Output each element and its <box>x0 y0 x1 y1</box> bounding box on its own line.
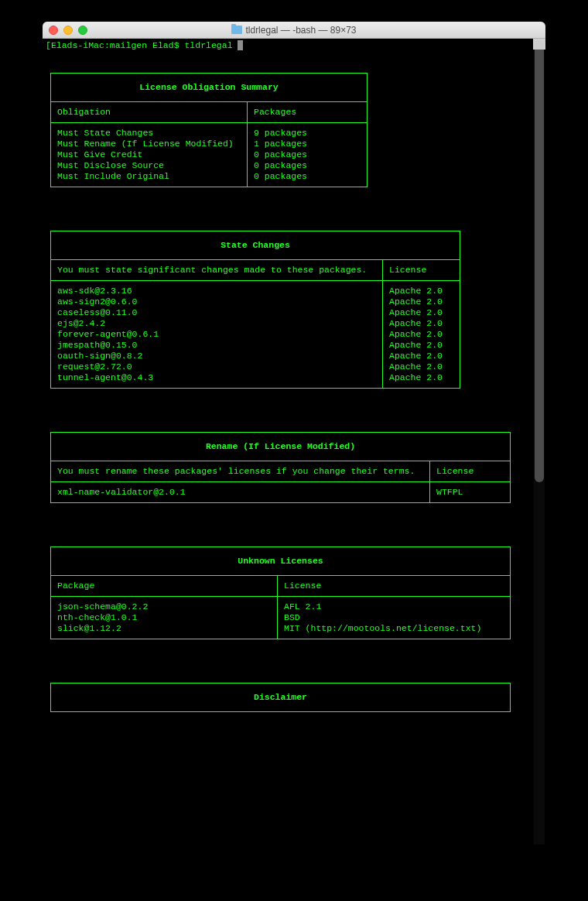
state-col-license: Apache 2.0 Apache 2.0 Apache 2.0 Apache … <box>382 281 460 388</box>
unknown-col-license: AFL 2.1 BSD MIT (http://mootools.net/lic… <box>277 597 510 639</box>
summary-title: License Obligation Summary <box>50 73 368 101</box>
table-cell: json-schema@0.2.2 <box>57 601 271 612</box>
table-cell: Must Rename (If License Modified) <box>57 139 241 149</box>
state-header-row: You must state significant changes made … <box>50 259 460 281</box>
table-cell: Must Give Credit <box>57 149 241 160</box>
rename-col-package: xml-name-validator@2.0.1 <box>51 482 429 502</box>
state-header-desc: You must state significant changes made … <box>51 260 382 280</box>
summary-header-row: Obligation Packages <box>50 101 368 123</box>
table-cell: request@2.72.0 <box>57 361 376 372</box>
scrollbar-thumb[interactable] <box>535 40 544 482</box>
table-cell: WTFPL <box>436 487 504 498</box>
table-cell: Must Include Original <box>57 171 241 182</box>
prompt-command: tldrlegal <box>184 40 232 50</box>
prompt-host: Elads-iMac:mailgen Elad$ <box>51 40 179 50</box>
summary-col-obligation: Must State Changes Must Rename (If Licen… <box>51 123 247 187</box>
table-cell: 0 packages <box>254 149 361 160</box>
disclaimer-table: Disclaimer <box>50 683 511 712</box>
unknown-table: Unknown Licenses Package License json-sc… <box>50 546 511 639</box>
summary-body: Must State Changes Must Rename (If Licen… <box>50 123 368 187</box>
unknown-header-package: Package <box>51 576 277 596</box>
table-cell: Apache 2.0 <box>389 351 453 361</box>
summary-header-obligation: Obligation <box>51 102 247 122</box>
window-title-text: tldrlegal — -bash — 89×73 <box>245 25 356 36</box>
rename-col-license: WTFPL <box>429 482 510 502</box>
table-cell: aws-sign2@0.6.0 <box>57 296 376 307</box>
rename-title: Rename (If License Modified) <box>50 432 511 461</box>
table-cell: Must State Changes <box>57 128 241 139</box>
table-cell: xml-name-validator@2.0.1 <box>57 487 423 498</box>
terminal-window: tldrlegal — -bash — 89×73 [Elads-iMac:ma… <box>43 22 545 846</box>
table-cell: MIT (http://mootools.net/license.txt) <box>284 623 504 634</box>
table-cell: slick@1.12.2 <box>57 623 271 634</box>
table-cell: Apache 2.0 <box>389 372 453 383</box>
table-cell: Apache 2.0 <box>389 307 453 318</box>
table-cell: Apache 2.0 <box>389 340 453 351</box>
rename-body: xml-name-validator@2.0.1 WTFPL <box>50 482 511 503</box>
folder-icon <box>231 26 242 34</box>
state-title: State Changes <box>50 231 460 259</box>
summary-header-packages: Packages <box>247 102 367 122</box>
table-cell: caseless@0.11.0 <box>57 307 376 318</box>
table-cell: nth-check@1.0.1 <box>57 612 271 623</box>
table-cell: oauth-sign@0.8.2 <box>57 351 376 361</box>
summary-col-packages: 9 packages 1 packages 0 packages 0 packa… <box>247 123 367 187</box>
table-cell: Must Disclose Source <box>57 160 241 171</box>
table-cell: Apache 2.0 <box>389 296 453 307</box>
state-col-package: aws-sdk@2.3.16 aws-sign2@0.6.0 caseless@… <box>51 281 382 388</box>
rename-header-row: You must rename these packages' licenses… <box>50 461 511 482</box>
terminal-body[interactable]: [Elads-iMac:mailgen Elad$ tldrlegal Lice… <box>43 39 545 846</box>
table-cell: Apache 2.0 <box>389 318 453 329</box>
state-changes-table: State Changes You must state significant… <box>50 231 460 389</box>
table-cell: 1 packages <box>254 139 361 149</box>
unknown-header-license: License <box>277 576 510 596</box>
unknown-col-package: json-schema@0.2.2 nth-check@1.0.1 slick@… <box>51 597 277 639</box>
prompt-line: [Elads-iMac:mailgen Elad$ tldrlegal <box>46 40 542 51</box>
table-cell: ejs@2.4.2 <box>57 318 376 329</box>
table-cell: BSD <box>284 612 504 623</box>
rename-header-desc: You must rename these packages' licenses… <box>51 461 429 481</box>
state-header-license: License <box>382 260 460 280</box>
disclaimer-title: Disclaimer <box>50 683 511 712</box>
table-cell: jmespath@0.15.0 <box>57 340 376 351</box>
unknown-title: Unknown Licenses <box>50 546 511 575</box>
unknown-header-row: Package License <box>50 575 511 597</box>
table-cell: 0 packages <box>254 171 361 182</box>
rename-header-license: License <box>429 461 510 481</box>
terminal-content: [Elads-iMac:mailgen Elad$ tldrlegal Lice… <box>43 39 545 714</box>
table-cell: forever-agent@0.6.1 <box>57 329 376 340</box>
table-cell: AFL 2.1 <box>284 601 504 612</box>
titlebar[interactable]: tldrlegal — -bash — 89×73 <box>43 22 545 39</box>
table-cell: aws-sdk@2.3.16 <box>57 286 376 296</box>
table-cell: tunnel-agent@0.4.3 <box>57 372 376 383</box>
table-cell: 0 packages <box>254 160 361 171</box>
state-body: aws-sdk@2.3.16 aws-sign2@0.6.0 caseless@… <box>50 281 460 389</box>
table-cell: 9 packages <box>254 128 361 139</box>
cursor <box>238 40 243 50</box>
table-cell: Apache 2.0 <box>389 361 453 372</box>
rename-table: Rename (If License Modified) You must re… <box>50 432 511 503</box>
window-title: tldrlegal — -bash — 89×73 <box>43 25 545 36</box>
scrollbar[interactable] <box>534 40 545 844</box>
summary-table: License Obligation Summary Obligation Pa… <box>50 73 368 187</box>
table-cell: Apache 2.0 <box>389 329 453 340</box>
table-cell: Apache 2.0 <box>389 286 453 296</box>
unknown-body: json-schema@0.2.2 nth-check@1.0.1 slick@… <box>50 597 511 639</box>
